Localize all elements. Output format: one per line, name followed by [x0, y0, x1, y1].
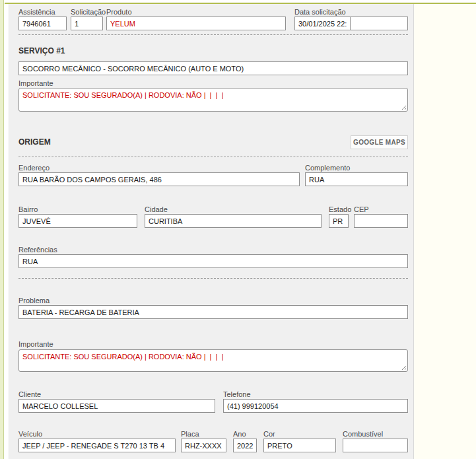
estado-field: Estado	[329, 205, 349, 214]
divider-dashed-3	[18, 278, 408, 279]
servico-section-title: SERVIÇO #1	[18, 46, 65, 55]
combustivel-field: Combustível	[343, 430, 408, 439]
importante-2-textarea[interactable]: SOLICITANTE: SOU SEGURADO(A) | RODOVIA: …	[18, 349, 408, 372]
ano-label: Ano	[233, 430, 257, 438]
estado-input[interactable]	[329, 214, 349, 228]
endereco-field: Endereço	[18, 164, 300, 172]
assistencia-field: Assistência	[18, 8, 67, 17]
bairro-row: Bairro Cidade Estado CEP	[18, 205, 408, 229]
left-accent-strip	[0, 0, 4, 459]
solicitacao-input[interactable]	[71, 17, 103, 30]
cep-input[interactable]	[354, 214, 408, 228]
produto-field: Produto	[106, 8, 286, 17]
servico-tipo-input[interactable]	[18, 61, 408, 75]
problema-label: Problema	[18, 297, 50, 304]
placa-label: Placa	[181, 430, 226, 438]
bairro-field: Bairro	[18, 205, 137, 214]
combustivel-input[interactable]	[343, 439, 408, 452]
origem-section-title: ORIGEM	[18, 135, 51, 149]
cliente-label: Cliente	[18, 390, 215, 398]
telefone-field: Telefone	[223, 390, 408, 399]
cliente-field: Cliente	[18, 390, 215, 399]
complemento-field: Complemento	[305, 164, 408, 172]
produto-input[interactable]	[106, 17, 286, 30]
assistencia-input[interactable]	[18, 17, 67, 30]
data-solicitacao-extra-input[interactable]	[350, 17, 408, 30]
data-solicitacao-field: Data solicitação	[294, 8, 351, 17]
telefone-label: Telefone	[223, 390, 408, 398]
complemento-label: Complemento	[305, 164, 408, 172]
cidade-input[interactable]	[145, 214, 322, 228]
ano-input[interactable]	[233, 439, 257, 452]
cidade-label: Cidade	[145, 205, 322, 213]
veiculo-row: Veículo Placa Ano Cor Combustível	[18, 430, 408, 454]
bairro-input[interactable]	[18, 214, 137, 228]
veiculo-field: Veículo	[18, 430, 176, 439]
cliente-row: Cliente Telefone	[18, 390, 408, 414]
cor-field: Cor	[263, 430, 336, 439]
importante-1-wrap: SOLICITANTE: SOU SEGURADO(A) | RODOVIA: …	[18, 88, 408, 112]
veiculo-label: Veículo	[18, 430, 176, 438]
cor-label: Cor	[263, 430, 336, 438]
endereco-row: Endereço Complemento	[18, 164, 408, 188]
referencias-input[interactable]	[18, 254, 408, 268]
endereco-label: Endereço	[18, 164, 300, 172]
importante-1-label: Importante	[18, 79, 53, 87]
top-identification-row: Assistência Solicitação Produto Data sol…	[18, 8, 408, 32]
cliente-input[interactable]	[18, 399, 215, 413]
importante-2-wrap: SOLICITANTE: SOU SEGURADO(A) | RODOVIA: …	[18, 349, 408, 372]
placa-field: Placa	[181, 430, 226, 439]
solicitacao-field: Solicitação	[71, 8, 103, 17]
service-request-form: Assistência Solicitação Produto Data sol…	[9, 4, 414, 459]
telefone-input[interactable]	[223, 399, 408, 413]
ano-field: Ano	[233, 430, 257, 439]
data-solicitacao-extra-label	[350, 8, 408, 16]
cidade-field: Cidade	[145, 205, 322, 214]
data-solicitacao-label: Data solicitação	[294, 8, 351, 16]
cep-label: CEP	[354, 205, 408, 213]
produto-label: Produto	[106, 8, 286, 16]
bairro-label: Bairro	[18, 205, 137, 213]
placa-input[interactable]	[181, 439, 226, 452]
cep-field: CEP	[354, 205, 408, 214]
origem-header-row: ORIGEM GOOGLE MAPS	[18, 135, 408, 149]
combustivel-label: Combustível	[343, 430, 408, 438]
cor-input[interactable]	[263, 439, 336, 452]
importante-2-label: Importante	[18, 340, 53, 348]
estado-label: Estado	[329, 205, 349, 213]
right-background-panel	[414, 4, 476, 459]
solicitacao-label: Solicitação	[71, 8, 103, 16]
google-maps-button[interactable]: GOOGLE MAPS	[351, 135, 408, 149]
divider-dashed-1	[18, 34, 408, 35]
referencias-label: Referências	[18, 246, 57, 254]
veiculo-input[interactable]	[18, 439, 176, 452]
divider-dashed-2	[18, 157, 408, 157]
data-solicitacao-input[interactable]	[294, 17, 351, 30]
problema-input[interactable]	[18, 305, 408, 319]
data-solicitacao-extra-field	[350, 8, 408, 17]
complemento-input[interactable]	[305, 172, 408, 186]
endereco-input[interactable]	[18, 172, 300, 186]
importante-1-textarea[interactable]: SOLICITANTE: SOU SEGURADO(A) | RODOVIA: …	[18, 88, 408, 112]
assistencia-label: Assistência	[18, 8, 67, 16]
